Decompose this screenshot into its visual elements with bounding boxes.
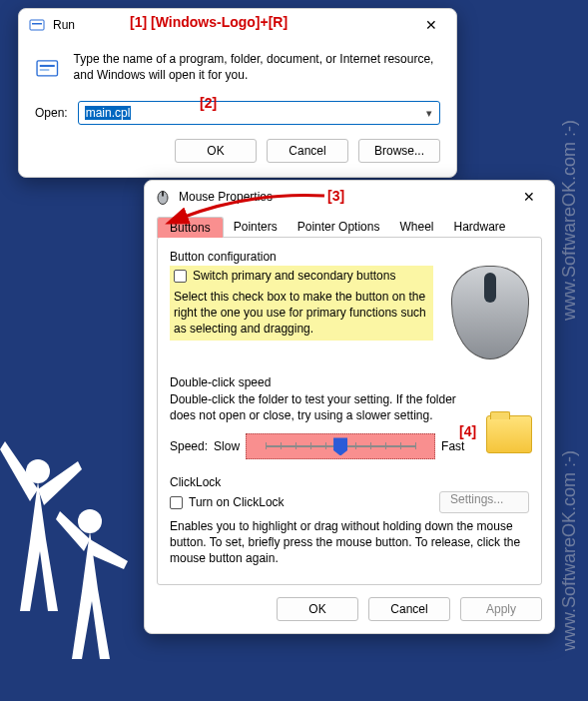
button-config-description: Select this check box to make the button… — [174, 289, 429, 338]
svg-point-1 — [78, 509, 102, 533]
svg-rect-8 — [162, 192, 164, 197]
svg-rect-4 — [37, 61, 57, 76]
cancel-button[interactable]: Cancel — [267, 139, 348, 163]
browse-button[interactable]: Browse... — [358, 139, 440, 163]
switch-buttons-label: Switch primary and secondary buttons — [193, 269, 395, 283]
close-button[interactable]: ✕ — [508, 183, 550, 211]
speed-slider[interactable] — [246, 433, 435, 459]
mouse-preview-image — [451, 266, 529, 359]
tab-pointers[interactable]: Pointers — [224, 217, 288, 238]
close-button[interactable]: ✕ — [410, 11, 452, 39]
clicklock-settings-button[interactable]: Settings... — [439, 491, 529, 513]
clicklock-label: Turn on ClickLock — [189, 495, 285, 509]
switch-buttons-checkbox[interactable] — [174, 270, 187, 283]
mouse-properties-title: Mouse Properties — [179, 190, 508, 204]
open-label: Open: — [35, 106, 68, 120]
run-dialog: Run ✕ Type the name of a program, folder… — [18, 8, 457, 178]
chevron-down-icon[interactable]: ▾ — [423, 107, 435, 120]
apply-button[interactable]: Apply — [460, 597, 542, 621]
mouse-properties-dialog: Mouse Properties ✕ Buttons Pointers Poin… — [144, 180, 555, 634]
tab-pointer-options[interactable]: Pointer Options — [288, 217, 390, 238]
svg-rect-5 — [40, 65, 55, 67]
open-combobox[interactable]: main.cpl ▾ — [78, 101, 440, 125]
slider-thumb[interactable] — [333, 437, 347, 455]
watermark-vertical: www.SoftwareOK.com :-) — [559, 120, 580, 321]
svg-rect-2 — [30, 20, 44, 30]
svg-rect-6 — [40, 69, 50, 71]
ok-button[interactable]: OK — [175, 139, 257, 163]
tab-wheel[interactable]: Wheel — [389, 217, 443, 238]
watermark-vertical: www.SoftwareOK.com :-) — [559, 450, 580, 651]
run-icon — [29, 17, 45, 33]
button-config-group-label: Button configuration — [170, 250, 529, 264]
tab-buttons[interactable]: Buttons — [157, 217, 224, 238]
cancel-button[interactable]: Cancel — [368, 597, 450, 621]
speed-label: Speed: — [170, 439, 208, 453]
svg-point-0 — [26, 459, 50, 483]
run-description: Type the name of a program, folder, docu… — [74, 51, 440, 87]
run-title: Run — [53, 18, 410, 32]
mouse-icon — [155, 189, 171, 205]
clicklock-description: Enables you to highlight or drag without… — [170, 519, 529, 566]
speed-slow-label: Slow — [214, 439, 240, 453]
double-click-description: Double-click the folder to test your set… — [170, 391, 464, 423]
run-large-icon — [35, 51, 60, 87]
tab-hardware[interactable]: Hardware — [443, 217, 515, 238]
open-input-value: main.cpl — [85, 106, 132, 120]
tab-strip: Buttons Pointers Pointer Options Wheel H… — [157, 217, 542, 238]
double-click-group-label: Double-click speed — [170, 375, 529, 389]
speed-fast-label: Fast — [441, 439, 464, 453]
clicklock-checkbox[interactable] — [170, 496, 183, 509]
svg-rect-3 — [32, 23, 42, 25]
folder-test-icon[interactable] — [486, 415, 532, 453]
clicklock-group-label: ClickLock — [170, 475, 529, 489]
decorative-figures — [0, 411, 140, 671]
ok-button[interactable]: OK — [277, 597, 358, 621]
